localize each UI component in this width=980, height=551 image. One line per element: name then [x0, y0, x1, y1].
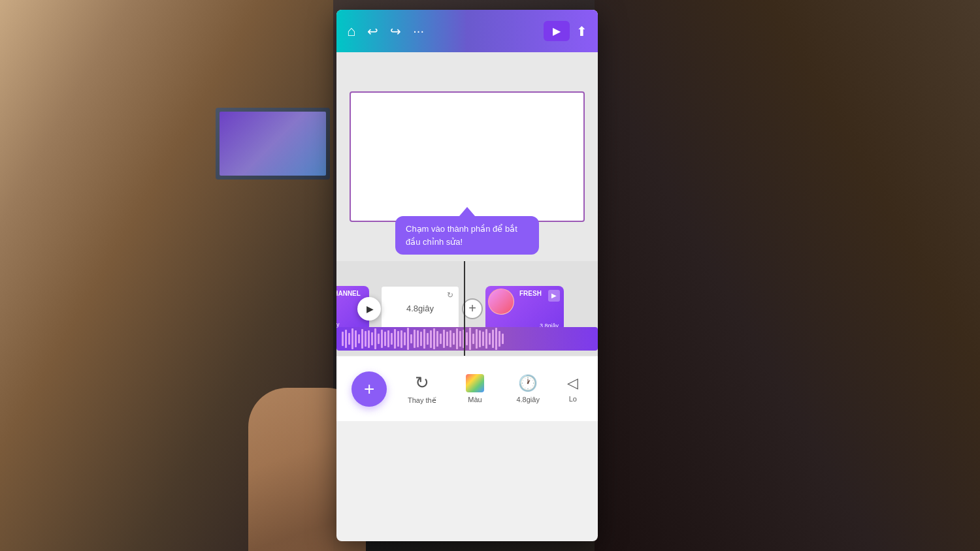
wave-bar [351, 328, 353, 349]
clip-center-duration: 4.8giây [406, 304, 434, 313]
clip-left-label: CHANNEL [336, 290, 364, 297]
wave-bar [404, 332, 406, 345]
share-button[interactable]: ⬆ [576, 24, 587, 39]
laptop-screen-inner [220, 112, 326, 176]
wave-bar [456, 328, 458, 349]
wave-bar [358, 334, 360, 343]
replace-icon: ↻ [415, 373, 429, 393]
wave-bar [479, 330, 481, 347]
wave-bar [361, 329, 363, 349]
wave-bar [400, 330, 402, 348]
wave-bar [433, 328, 435, 349]
clip-center[interactable]: ↻ 4.8giây [381, 286, 459, 332]
waveform [336, 327, 509, 351]
wave-bar [368, 330, 370, 348]
wave-bar [387, 330, 389, 347]
timeline-area[interactable]: CHANNEL giây ↻ 4.8giây + ▶ FRESH 3.8giây [336, 261, 598, 356]
wave-bar [414, 330, 416, 349]
clip-left[interactable]: CHANNEL giây [336, 286, 369, 332]
wave-bar [492, 330, 494, 347]
tooltip-bubble: Chạm vào thành phần để bắt đầu chỉnh sửa… [395, 216, 539, 255]
clip-repeat-icon: ↻ [447, 291, 453, 300]
wave-bar [459, 331, 461, 347]
wave-bar [378, 334, 380, 344]
wave-bar [476, 329, 478, 349]
wave-bar [498, 331, 500, 347]
wave-bar [427, 333, 429, 345]
wave-bar [397, 331, 399, 346]
wave-bar [436, 331, 438, 346]
laptop-screen [216, 108, 330, 180]
color-label: Màu [468, 396, 482, 403]
wave-bar [374, 328, 376, 349]
add-fab-button[interactable]: + [351, 371, 387, 407]
redo-icon[interactable]: ↪ [390, 24, 401, 39]
tooltip-text: Chạm vào thành phần để bắt đầu chỉnh sửa… [406, 224, 517, 247]
audio-track[interactable] [336, 327, 598, 351]
wave-bar [502, 334, 504, 345]
wave-bar [423, 329, 425, 349]
wave-bar [430, 330, 432, 348]
wave-bar [446, 332, 448, 346]
wave-bar [466, 332, 468, 346]
clip-right-play-icon: ▶ [548, 290, 560, 302]
play-button[interactable]: ▶ [544, 21, 570, 41]
clip-thumbnail-inner [489, 289, 514, 314]
wave-bar [410, 334, 412, 343]
wave-bar [365, 331, 367, 346]
toolbar-right: ▶ ⬆ [544, 21, 587, 41]
wave-bar [469, 328, 471, 349]
tooltip-container: Chạm vào thành phần để bắt đầu chỉnh sửa… [395, 207, 539, 255]
color-icon [466, 374, 484, 392]
background-person-right [595, 0, 980, 551]
clip-thumbnail [488, 289, 514, 315]
wave-bar [394, 329, 396, 349]
color-tool[interactable]: Màu [457, 374, 493, 403]
replace-tool[interactable]: ↻ Thay thế [404, 373, 440, 405]
edge-icon: ◁ [567, 375, 578, 392]
toolbar-left: ⌂ ↩ ↪ ··· [347, 23, 424, 40]
wave-bar [407, 328, 409, 350]
tooltip-arrow [459, 207, 475, 216]
timeline-cursor [464, 261, 465, 356]
bottom-toolbar: + ↻ Thay thế Màu 🕐 4.8giây ◁ Lo [336, 356, 598, 421]
more-icon[interactable]: ··· [413, 24, 424, 39]
wave-bar [355, 330, 357, 347]
clip-left-duration: giây [336, 321, 364, 328]
wave-bar [489, 333, 491, 345]
wave-bar [381, 330, 383, 349]
replace-label: Thay thế [408, 396, 436, 405]
wave-bar [391, 333, 393, 345]
wave-bar [453, 333, 455, 345]
canvas-frame[interactable] [350, 91, 585, 222]
edge-label: Lo [569, 395, 577, 403]
wave-bar [342, 332, 344, 346]
clip-right[interactable]: ▶ FRESH 3.8giây [485, 286, 564, 332]
wave-bar [345, 330, 347, 349]
wave-bar [440, 334, 442, 344]
wave-bar [417, 330, 419, 347]
wave-bar [485, 329, 487, 349]
wave-bar [443, 330, 445, 349]
wave-bar [449, 330, 451, 347]
wave-bar [482, 332, 484, 346]
wave-bar [348, 333, 350, 345]
wave-bar [371, 332, 373, 345]
toolbar: ⌂ ↩ ↪ ··· ▶ ⬆ [336, 10, 598, 52]
canvas-area: Chạm vào thành phần để bắt đầu chỉnh sửa… [336, 52, 598, 261]
undo-icon[interactable]: ↩ [367, 24, 378, 39]
play-clip-button[interactable] [357, 297, 381, 321]
wave-bar [472, 334, 474, 343]
edge-tool[interactable]: ◁ Lo [563, 375, 583, 403]
app-container: ⌂ ↩ ↪ ··· ▶ ⬆ Chạm vào thành phần để bắt… [336, 10, 598, 541]
wave-bar [420, 332, 422, 346]
home-icon[interactable]: ⌂ [347, 23, 355, 40]
clock-icon: 🕐 [518, 374, 538, 392]
wave-bar [495, 328, 497, 349]
duration-tool[interactable]: 🕐 4.8giây [510, 374, 546, 403]
wave-bar [384, 332, 386, 346]
duration-label: 4.8giây [516, 396, 539, 403]
